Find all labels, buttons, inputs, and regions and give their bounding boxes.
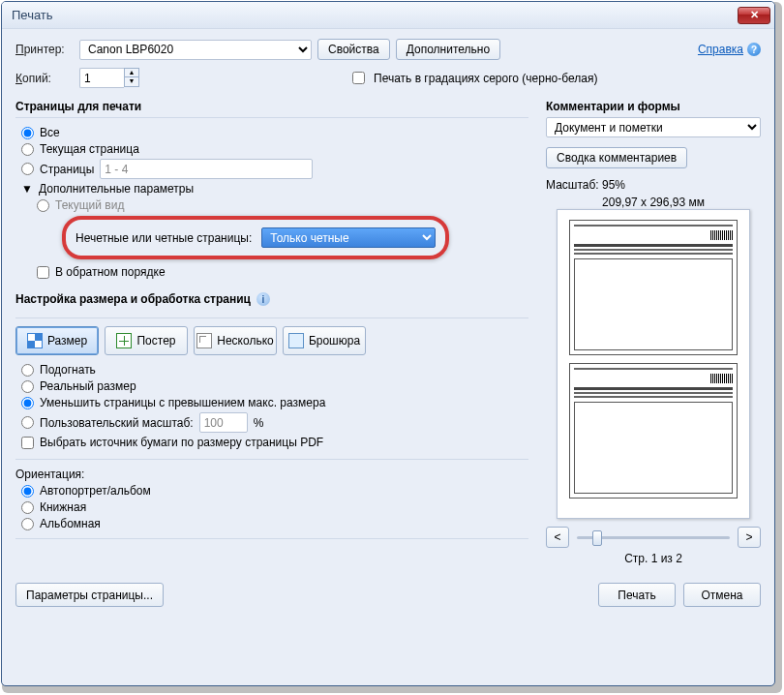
orient-portrait-label: Книжная <box>40 500 86 514</box>
copies-label: Копий: <box>15 72 74 85</box>
grayscale-checkbox[interactable] <box>352 72 365 84</box>
nup-icon <box>196 333 212 348</box>
comments-select[interactable]: Документ и пометки <box>546 117 761 137</box>
preview-pane <box>557 209 750 519</box>
printer-select[interactable]: Canon LBP6020 <box>79 40 312 60</box>
fit-label: Подогнать <box>40 363 96 377</box>
close-button[interactable]: ✕ <box>738 7 770 24</box>
dimensions-label: 209,97 x 296,93 мм <box>546 196 761 209</box>
pages-all-label: Все <box>40 126 60 139</box>
custom-label: Пользовательский масштаб: <box>40 416 194 430</box>
summary-button[interactable]: Сводка комментариев <box>546 147 687 168</box>
orientation-title: Ориентация: <box>15 468 528 481</box>
copies-down[interactable]: ▼ <box>124 77 139 87</box>
help-link[interactable]: Справка ? <box>698 43 761 56</box>
orient-landscape-radio[interactable] <box>21 518 34 530</box>
pages-range-input[interactable] <box>100 159 313 179</box>
paper-source-checkbox[interactable] <box>21 437 34 449</box>
reverse-label: В обратном порядке <box>55 265 166 279</box>
current-view-radio[interactable] <box>37 199 49 212</box>
pages-current-label: Текущая страница <box>40 142 139 156</box>
actual-radio[interactable] <box>21 380 34 393</box>
percent-label: % <box>254 416 264 430</box>
custom-radio[interactable] <box>21 416 34 429</box>
copies-input[interactable] <box>79 68 124 88</box>
orient-auto-radio[interactable] <box>21 485 34 498</box>
size-icon <box>27 333 43 348</box>
properties-button[interactable]: Свойства <box>317 39 390 60</box>
fit-radio[interactable] <box>21 364 34 377</box>
booklet-tab[interactable]: Брошюра <box>283 326 366 355</box>
odd-even-label: Нечетные или четные страницы: <box>75 231 252 245</box>
nup-tab[interactable]: Несколько <box>194 326 277 355</box>
sizing-title: Настройка размера и обработка страниц <box>15 292 251 306</box>
odd-even-callout: Нечетные или четные страницы: Только чет… <box>62 216 449 259</box>
print-dialog: Печать ✕ Принтер: Canon LBP6020 Свойства… <box>1 1 775 686</box>
reverse-checkbox[interactable] <box>37 266 49 279</box>
close-icon: ✕ <box>750 9 759 21</box>
actual-label: Реальный размер <box>40 379 136 393</box>
custom-scale-input[interactable] <box>199 412 248 433</box>
expand-icon[interactable]: ▼ <box>21 182 33 196</box>
help-icon: ? <box>747 43 761 56</box>
paper-source-label: Выбрать источник бумаги по размеру стран… <box>40 436 323 449</box>
advanced-button[interactable]: Дополнительно <box>396 39 500 60</box>
copies-up[interactable]: ▲ <box>124 68 139 77</box>
preview-slider[interactable] <box>577 536 730 539</box>
info-icon[interactable]: i <box>256 292 270 306</box>
grayscale-label: Печать в градациях серого (черно-белая) <box>374 72 597 85</box>
pages-title: Страницы для печати <box>15 100 528 113</box>
titlebar: Печать ✕ <box>2 2 774 29</box>
next-page-button[interactable]: > <box>738 527 761 548</box>
orient-auto-label: Автопортрет/альбом <box>40 484 151 498</box>
orient-portrait-radio[interactable] <box>21 501 34 514</box>
page-setup-button[interactable]: Параметры страницы... <box>15 583 164 607</box>
orient-landscape-label: Альбомная <box>40 517 101 530</box>
page-of-label: Стр. 1 из 2 <box>546 552 761 565</box>
pages-current-radio[interactable] <box>21 143 34 156</box>
size-tab[interactable]: Размер <box>15 326 99 355</box>
prev-page-button[interactable]: < <box>546 527 569 548</box>
printer-label: Принтер: <box>15 43 74 56</box>
shrink-radio[interactable] <box>21 397 34 409</box>
print-button[interactable]: Печать <box>598 583 676 607</box>
pages-range-label: Страницы <box>40 163 94 176</box>
preview-doc-2 <box>569 363 738 499</box>
scale-label: Масштаб: 95% <box>546 178 761 192</box>
booklet-icon <box>288 333 304 348</box>
pages-all-radio[interactable] <box>21 127 34 139</box>
poster-tab[interactable]: Постер <box>105 326 188 355</box>
more-options-label[interactable]: Дополнительные параметры <box>39 182 194 196</box>
slider-thumb[interactable] <box>592 530 602 546</box>
cancel-button[interactable]: Отмена <box>683 583 761 607</box>
poster-icon <box>116 333 132 348</box>
window-title: Печать <box>12 8 738 22</box>
pages-range-radio[interactable] <box>21 163 34 175</box>
current-view-label: Текущий вид <box>55 198 124 212</box>
shrink-label: Уменьшить страницы с превышением макс. р… <box>40 396 325 409</box>
odd-even-select[interactable]: Только четные <box>261 227 436 248</box>
preview-doc-1 <box>569 220 738 355</box>
comments-title: Комментарии и формы <box>546 100 761 113</box>
